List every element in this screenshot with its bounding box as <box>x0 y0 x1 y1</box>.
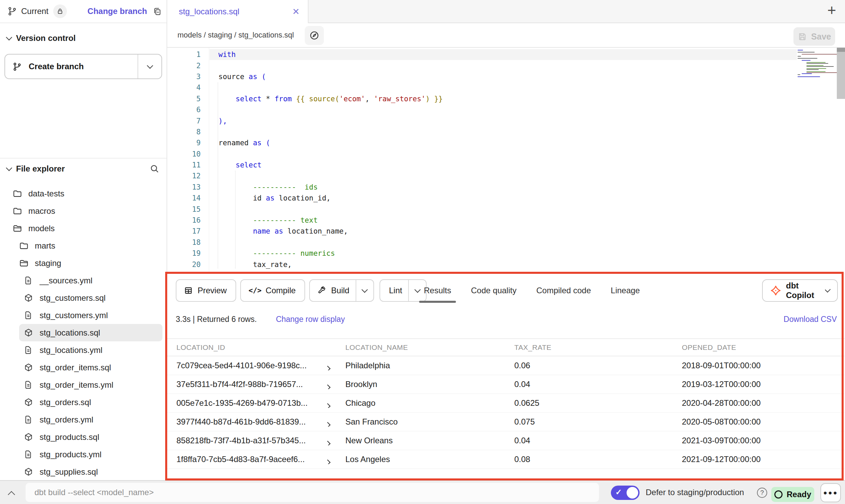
code-line-7[interactable]: 7), <box>167 115 845 126</box>
compile-button[interactable]: </> Compile <box>240 279 305 302</box>
dbt-copilot-button[interactable]: dbt Copilot <box>762 279 838 302</box>
panel-tab-compiled-code[interactable]: Compiled code <box>531 279 596 302</box>
tree-item-stg_order_items.sql[interactable]: stg_order_items.sql <box>0 359 167 376</box>
code-line-1[interactable]: 1with <box>167 49 845 60</box>
table-row[interactable]: 858218fb-73f7-4b1b-a31f-57b345...New Orl… <box>167 431 845 450</box>
create-branch-button[interactable]: Create branch <box>4 54 162 79</box>
scrollbar-thumb[interactable] <box>837 48 845 52</box>
code-line-20[interactable]: 20 tax_rate, <box>167 259 845 270</box>
tree-item-stg_supplies.sql[interactable]: stg_supplies.sql <box>0 463 167 480</box>
change-row-display-link[interactable]: Change row display <box>276 315 345 324</box>
editor-scrollbar[interactable] <box>837 48 845 99</box>
code-line-11[interactable]: 11 select <box>167 160 845 171</box>
tree-item-marts[interactable]: marts <box>0 237 167 254</box>
close-tab-icon[interactable]: ✕ <box>292 6 300 17</box>
minimap-line <box>798 76 820 77</box>
expand-row-icon[interactable] <box>325 460 331 464</box>
results-meta: 3.3s | Returned 6 rows. <box>176 315 257 324</box>
code-text: renamed as ( <box>218 139 270 147</box>
minimap-line <box>806 63 828 64</box>
panel-tab-code-quality[interactable]: Code quality <box>466 279 522 302</box>
tree-item-stg_orders.sql[interactable]: stg_orders.sql <box>0 394 167 411</box>
build-button[interactable]: Build <box>309 279 374 302</box>
version-control-header[interactable]: Version control <box>0 23 167 43</box>
line-number: 3 <box>167 73 201 81</box>
code-line-5[interactable]: 5 select * from {{ source('ecom', 'raw_s… <box>167 93 845 104</box>
tree-item-__sources.yml[interactable]: __sources.yml <box>0 272 167 289</box>
preview-button[interactable]: Preview <box>176 279 236 302</box>
code-line-10[interactable]: 10 <box>167 149 845 160</box>
minimap-line <box>798 52 815 53</box>
cell-location-id: 7c079cea-5ed4-4101-906e-9198c... <box>176 361 345 370</box>
tree-item-label: stg_order_items.sql <box>40 363 111 372</box>
table-row[interactable]: 005e7e1c-1935-4269-b479-0713b...Chicago0… <box>167 394 845 413</box>
tree-item-stg_customers.sql[interactable]: stg_customers.sql <box>0 289 167 307</box>
minimap-line <box>798 59 835 60</box>
code-line-16[interactable]: 16 ---------- text <box>167 215 845 226</box>
table-row[interactable]: 37e5f311-b7f4-4f2f-988b-719657...Brookly… <box>167 375 845 394</box>
cell-opened-date: 2019-03-12T00:00:00 <box>682 380 845 389</box>
file-icon <box>24 345 33 355</box>
expand-row-icon[interactable] <box>325 403 331 408</box>
new-tab-icon[interactable]: + <box>827 3 836 18</box>
code-line-3[interactable]: 3source as ( <box>167 71 845 82</box>
tree-item-stg_order_items.yml[interactable]: stg_order_items.yml <box>0 376 167 394</box>
table-row[interactable]: 7c079cea-5ed4-4101-906e-9198c...Philadel… <box>167 356 845 375</box>
tab-stg-locations-sql[interactable]: stg_locations.sql ✕ <box>167 0 309 23</box>
file-explorer-header[interactable]: File explorer <box>0 164 167 174</box>
code-line-4[interactable]: 4 <box>167 82 845 93</box>
code-line-13[interactable]: 13 ---------- ids <box>167 182 845 193</box>
code-line-18[interactable]: 18 <box>167 237 845 248</box>
change-branch-link[interactable]: Change branch <box>87 6 147 16</box>
code-line-9[interactable]: 9renamed as ( <box>167 137 845 148</box>
build-dropdown[interactable] <box>356 280 373 301</box>
create-branch-label: Create branch <box>29 62 84 71</box>
search-icon[interactable] <box>149 164 160 174</box>
code-line-17[interactable]: 17 name as location_name, <box>167 226 845 237</box>
tree-item-stg_products.sql[interactable]: stg_products.sql <box>0 428 167 446</box>
tree-item-staging[interactable]: staging <box>0 254 167 272</box>
code-line-14[interactable]: 14 id as location_id, <box>167 193 845 204</box>
download-csv-link[interactable]: Download CSV <box>784 311 837 327</box>
code-line-6[interactable]: 6 <box>167 104 845 115</box>
tree-item-stg_customers.yml[interactable]: stg_customers.yml <box>0 307 167 324</box>
code-editor[interactable]: 1with23source as (45 select * from {{ so… <box>167 48 845 273</box>
code-line-15[interactable]: 15 <box>167 204 845 214</box>
tree-item-label: stg_orders.sql <box>40 398 91 407</box>
command-input[interactable] <box>26 483 599 502</box>
tree-item-macros[interactable]: macros <box>0 202 167 220</box>
panel-tab-lineage[interactable]: Lineage <box>605 279 645 302</box>
save-button[interactable]: Save <box>793 27 835 46</box>
table-row[interactable]: 3977f440-b87d-461b-9dd6-81839...San Fran… <box>167 413 845 431</box>
expand-row-icon[interactable] <box>325 385 331 389</box>
defer-toggle[interactable]: ✓ <box>611 486 640 500</box>
lineage-compass-icon[interactable] <box>305 26 324 45</box>
tree-item-stg_products.yml[interactable]: stg_products.yml <box>0 446 167 463</box>
tree-item-data-tests[interactable]: data-tests <box>0 185 167 202</box>
tree-item-stg_locations.yml[interactable]: stg_locations.yml <box>0 341 167 359</box>
ready-label: Ready <box>787 490 811 499</box>
code-line-8[interactable]: 8 <box>167 127 845 137</box>
panel-tab-results[interactable]: Results <box>418 279 457 302</box>
table-row[interactable]: 1f8ffa70-7cb5-4d83-8a7f-9aceef6...Los An… <box>167 450 845 469</box>
expand-row-icon[interactable] <box>325 422 331 427</box>
code-line-19[interactable]: 19 ---------- numerics <box>167 248 845 259</box>
tree-item-stg_locations.sql[interactable]: stg_locations.sql <box>19 324 162 341</box>
chevron-up-icon[interactable] <box>8 491 15 498</box>
minimap[interactable] <box>798 50 835 77</box>
cell-location-name: New Orleans <box>345 436 514 445</box>
code-line-2[interactable]: 2 <box>167 60 845 71</box>
tree-item-stg_orders.yml[interactable]: stg_orders.yml <box>0 411 167 428</box>
more-options-button[interactable]: ●●● <box>820 483 841 502</box>
ready-status-button[interactable]: Ready <box>771 487 814 502</box>
code-line-12[interactable]: 12 <box>167 171 845 181</box>
panel-toolbar: Preview </> Compile Build Lint <box>176 279 427 302</box>
expand-row-icon[interactable] <box>325 366 331 370</box>
tree-item-models[interactable]: models <box>0 220 167 237</box>
copy-branch-icon[interactable] <box>153 7 162 16</box>
help-icon[interactable]: ? <box>757 488 767 498</box>
minimap-line <box>802 60 811 61</box>
line-number: 11 <box>167 161 201 169</box>
expand-row-icon[interactable] <box>325 441 331 445</box>
create-branch-dropdown[interactable] <box>138 55 161 78</box>
